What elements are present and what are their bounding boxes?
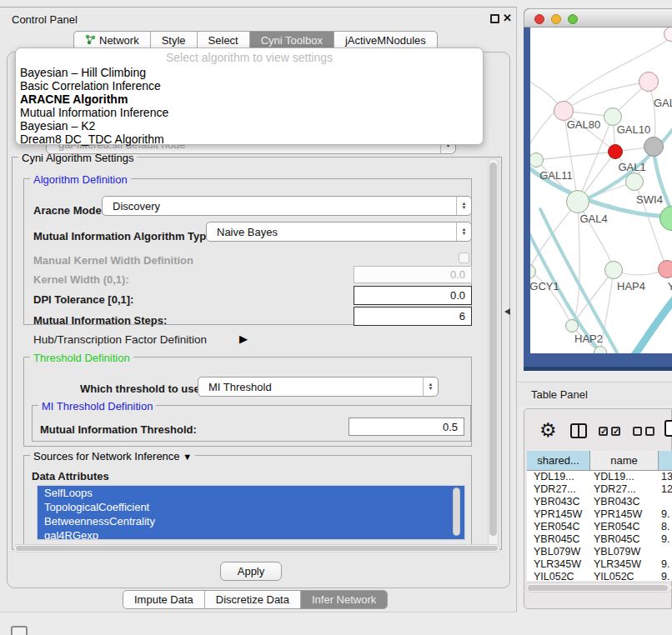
table-h-scrollbar[interactable] bbox=[525, 582, 672, 592]
minimized-panel-icon[interactable] bbox=[11, 626, 28, 635]
algorithm-option[interactable]: Bayesian – Hill Climbing bbox=[16, 66, 483, 79]
table-h-scrollbar-thumb[interactable] bbox=[528, 585, 668, 591]
table-row[interactable]: YIL052CYIL052C9. bbox=[527, 571, 672, 581]
bottom-tab-bar: Impute DataDiscretize DataInfer Network bbox=[123, 590, 388, 609]
node-label: GCY1 bbox=[530, 280, 559, 292]
mi-steps-input[interactable]: 6 bbox=[354, 307, 472, 326]
algorithm-option[interactable]: ARACNE Algorithm bbox=[16, 92, 483, 106]
hub-definition-label[interactable]: Hub/Transcription Factor Definition bbox=[33, 333, 207, 346]
expand-arrow-icon[interactable]: ▶ bbox=[239, 332, 248, 345]
unchecked-checkbox-icon[interactable] bbox=[645, 427, 654, 436]
node-label: SWI4 bbox=[636, 193, 663, 206]
tab-discretize-data[interactable]: Discretize Data bbox=[204, 591, 300, 608]
settings-scrollbar[interactable] bbox=[488, 158, 499, 548]
node-label: GAL4 bbox=[579, 212, 607, 225]
table-row[interactable]: YDL19...YDL19...13 bbox=[527, 471, 672, 483]
algorithm-option[interactable]: Mutual Information Inference bbox=[16, 106, 483, 119]
checked-checkbox-icon[interactable]: ✓ bbox=[599, 427, 608, 436]
split-divider bbox=[578, 425, 579, 437]
data-attribute-item[interactable]: BetweennessCentrality bbox=[38, 514, 464, 528]
tab-select[interactable]: Select bbox=[197, 32, 249, 49]
network-canvas[interactable]: GALGAL80GAL10GAL11GAL1SWI4GAL4GCY1HAP4YH… bbox=[530, 28, 672, 353]
tab-label: Infer Network bbox=[312, 593, 376, 606]
table-cell: YDR27... bbox=[590, 483, 659, 496]
stepper-icon[interactable]: ▲▼ bbox=[456, 222, 471, 241]
tab-impute-data[interactable]: Impute Data bbox=[123, 591, 204, 608]
checked-checkbox-icon[interactable]: ✓ bbox=[611, 427, 620, 436]
node-label: Y bbox=[668, 280, 672, 292]
mi-threshold-input[interactable]: 0.5 bbox=[349, 418, 464, 436]
network-node-gal4[interactable] bbox=[566, 190, 589, 213]
table-row[interactable]: YBR045CYBR045C9. bbox=[527, 533, 672, 546]
table-row[interactable]: YDR27...YDR27...12 bbox=[527, 483, 672, 496]
aracne-mode-select[interactable]: Discovery ▲▼ bbox=[102, 196, 472, 216]
table-cell: YLR345W bbox=[527, 558, 590, 571]
tab-label: Discretize Data bbox=[216, 593, 289, 606]
algorithm-option[interactable]: Basic Correlation Inference bbox=[16, 79, 483, 92]
stepper-icon[interactable]: ▲▼ bbox=[423, 378, 438, 396]
tab-infer-network[interactable]: Infer Network bbox=[300, 591, 387, 608]
document-icon[interactable] bbox=[664, 420, 672, 437]
which-threshold-select[interactable]: MI Threshold ▲▼ bbox=[198, 377, 439, 397]
network-node-hap2[interactable] bbox=[565, 319, 579, 332]
minimize-window-icon[interactable] bbox=[551, 14, 561, 24]
network-window-titlebar[interactable] bbox=[524, 8, 672, 28]
table-cell: YPR145W bbox=[527, 508, 590, 521]
dpi-tolerance-input[interactable]: 0.0 bbox=[354, 286, 472, 305]
mi-type-value: Naive Bayes bbox=[217, 226, 278, 238]
algorithm-option[interactable]: Dream8 DC_TDC Algorithm bbox=[16, 132, 483, 146]
tab-network[interactable]: Network bbox=[74, 32, 150, 49]
table-row[interactable]: YLR345WYLR345W9. bbox=[527, 558, 672, 571]
table-row[interactable]: YBL079WYBL079W bbox=[527, 546, 672, 558]
table-cell: YPR145W bbox=[590, 508, 659, 521]
aracne-mode-label: Aracne Mode: bbox=[33, 204, 105, 217]
apply-button[interactable]: Apply bbox=[220, 562, 282, 581]
collapse-arrow-icon[interactable]: ▼ bbox=[183, 452, 192, 462]
data-attribute-item[interactable]: TopologicalCoefficient bbox=[38, 500, 464, 514]
network-node[interactable] bbox=[594, 346, 607, 353]
node-label: HAP4 bbox=[617, 280, 645, 292]
table-cell: YBR043C bbox=[590, 496, 659, 508]
table-body[interactable]: YDL19...YDL19...13YDR27...YDR27...12YBR0… bbox=[527, 471, 672, 581]
table-row[interactable]: YBR043CYBR043C bbox=[527, 496, 672, 508]
table-cell: YIL052C bbox=[590, 571, 659, 581]
attr-list-scrollbar[interactable] bbox=[452, 487, 461, 538]
float-panel-icon[interactable] bbox=[490, 14, 499, 23]
stepper-icon[interactable]: ▲▼ bbox=[456, 197, 471, 215]
gear-icon[interactable]: ⚙ bbox=[539, 419, 557, 442]
attr-list-scrollbar-thumb[interactable] bbox=[453, 488, 460, 536]
split-columns-icon[interactable] bbox=[570, 423, 587, 438]
data-attributes-list[interactable]: SelfLoopsTopologicalCoefficientBetweenne… bbox=[37, 485, 465, 540]
tab-cyni-toolbox[interactable]: Cyni Toolbox bbox=[249, 32, 333, 49]
data-attribute-item[interactable]: SelfLoops bbox=[38, 486, 464, 500]
network-node[interactable] bbox=[644, 137, 664, 157]
algorithm-option[interactable]: Bayesian – K2 bbox=[16, 119, 483, 132]
table-row[interactable]: YER054CYER054C8. bbox=[527, 521, 672, 533]
network-node-hap4[interactable] bbox=[604, 261, 623, 279]
kernel-width-label: Kernel Width (0,1): bbox=[33, 273, 129, 286]
settings-h-scrollbar-thumb[interactable] bbox=[16, 546, 498, 551]
column-header-partial[interactable] bbox=[659, 451, 672, 470]
table-cell: 9. bbox=[659, 558, 672, 571]
settings-scrollbar-thumb[interactable] bbox=[489, 162, 497, 536]
close-window-icon[interactable] bbox=[534, 14, 544, 24]
tab-style[interactable]: Style bbox=[150, 32, 197, 49]
network-node[interactable] bbox=[608, 144, 623, 159]
column-header-name[interactable]: name bbox=[590, 451, 659, 470]
network-node-gal[interactable] bbox=[639, 72, 659, 92]
network-node-gal1[interactable] bbox=[625, 172, 644, 191]
mi-type-select[interactable]: Naive Bayes ▲▼ bbox=[206, 222, 472, 242]
table-row[interactable]: YPR145WYPR145W9. bbox=[527, 508, 672, 521]
manual-kernel-checkbox[interactable] bbox=[459, 252, 469, 263]
settings-h-scrollbar[interactable] bbox=[13, 544, 500, 552]
close-panel-icon[interactable]: ✕ bbox=[503, 12, 512, 24]
tab-jactivemnodules[interactable]: jActiveMNodules bbox=[333, 32, 437, 49]
zoom-window-icon[interactable] bbox=[568, 14, 578, 24]
data-attribute-item[interactable]: gal4RGexp bbox=[38, 528, 464, 540]
unchecked-checkbox-icon[interactable] bbox=[633, 427, 642, 436]
column-header-shared[interactable]: shared... bbox=[527, 451, 590, 470]
network-node-y[interactable] bbox=[658, 260, 672, 278]
table-panel-header: Table Panel bbox=[518, 382, 672, 406]
algorithm-dropdown-popup: Select algorithm to view settings Bayesi… bbox=[15, 48, 484, 145]
kernel-width-input[interactable]: 0.0 bbox=[354, 266, 472, 283]
